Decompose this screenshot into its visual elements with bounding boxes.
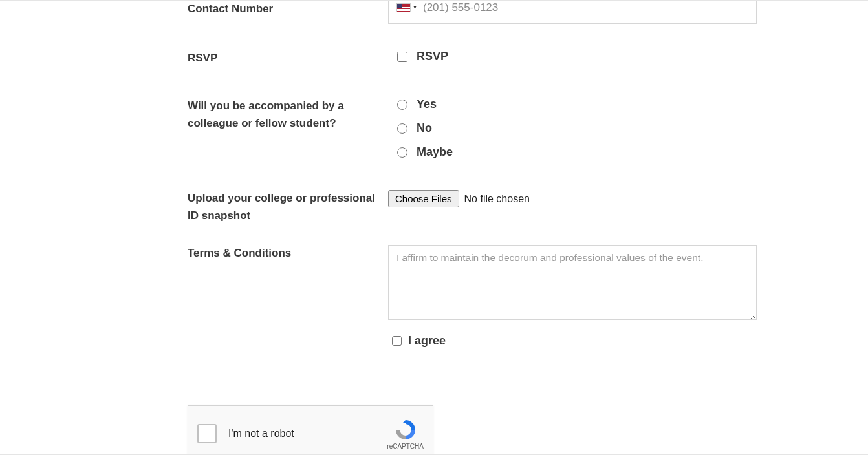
recaptcha-checkbox[interactable] [197,424,217,443]
terms-textarea[interactable] [388,245,757,320]
accompany-label-no: No [417,122,432,135]
accompany-radio-yes[interactable] [397,100,407,110]
recaptcha-logo: reCAPTCHA [387,418,424,450]
form-wrap: Contact Number ▾ (201) 555-0123 RSVP RSV… [188,1,770,348]
rsvp-checkbox[interactable] [397,52,407,62]
file-input-row: Choose Files No file chosen [388,190,770,207]
row-rsvp: RSVP RSVP [188,50,770,67]
recaptcha-widget: I'm not a robot reCAPTCHA [188,405,433,455]
accompany-option-no: No [388,122,770,135]
label-rsvp: RSVP [188,50,388,67]
recaptcha-brand-text: reCAPTCHA [387,443,424,450]
field-contact-number: ▾ (201) 555-0123 [388,1,770,24]
field-terms: I agree [388,245,770,348]
field-upload: Choose Files No file chosen [388,190,770,207]
rsvp-option-label: RSVP [417,50,448,63]
recaptcha-icon [394,418,417,441]
agree-label: I agree [408,334,446,348]
phone-placeholder: (201) 555-0123 [423,1,498,14]
recaptcha-label: I'm not a robot [228,428,387,439]
form-page: Contact Number ▾ (201) 555-0123 RSVP RSV… [0,0,868,455]
us-flag-icon[interactable] [396,3,411,12]
row-upload: Upload your college or professional ID s… [188,190,770,224]
field-rsvp: RSVP [388,50,770,63]
row-accompany: Will you be accompanied by a colleague o… [188,98,770,159]
accompany-option-yes: Yes [388,98,770,111]
field-accompany: Yes No Maybe [388,98,770,159]
label-accompany: Will you be accompanied by a colleague o… [188,98,388,132]
label-contact-number: Contact Number [188,1,388,17]
accompany-radio-no[interactable] [397,123,407,134]
accompany-label-yes: Yes [417,98,437,111]
file-status-text: No file chosen [464,193,530,205]
agree-checkbox[interactable] [392,336,402,346]
row-contact-number: Contact Number ▾ (201) 555-0123 [188,1,770,24]
accompany-option-maybe: Maybe [388,145,770,159]
choose-files-button[interactable]: Choose Files [388,190,459,207]
accompany-radio-maybe[interactable] [397,147,407,158]
row-terms: Terms & Conditions I agree [188,245,770,348]
chevron-down-icon[interactable]: ▾ [413,3,417,10]
accompany-label-maybe: Maybe [417,145,453,159]
label-upload: Upload your college or professional ID s… [188,190,388,224]
agree-line: I agree [388,334,770,348]
rsvp-option: RSVP [388,50,770,63]
phone-input[interactable]: ▾ (201) 555-0123 [388,0,757,24]
label-terms: Terms & Conditions [188,245,388,262]
